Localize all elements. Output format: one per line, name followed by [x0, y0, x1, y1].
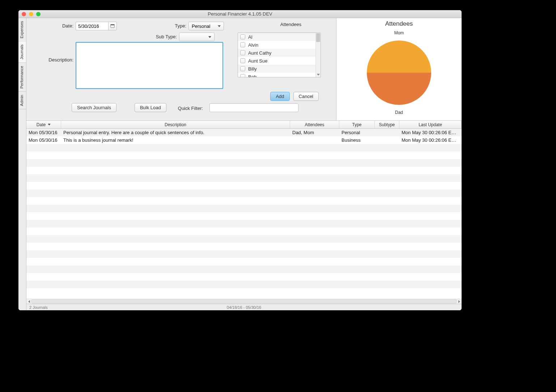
attendee-item[interactable]: Bob: [238, 73, 315, 77]
table-horizontal-scrollbar[interactable]: [26, 299, 462, 304]
table-row-empty: [26, 212, 462, 220]
checkbox[interactable]: [240, 50, 245, 55]
table-header: Date Description Attendees Type Subtype …: [26, 121, 462, 129]
search-journals-button[interactable]: Search Journals: [72, 103, 116, 112]
tab-journals[interactable]: Journals: [18, 42, 26, 63]
subtype-label: Sub Type:: [152, 33, 177, 39]
tab-performance[interactable]: Performance: [18, 63, 26, 92]
type-select[interactable]: Personal: [188, 22, 224, 30]
checkbox[interactable]: [240, 58, 245, 63]
attendees-listbox[interactable]: AlAlvinAunt CathyAunt SueBillyBob: [238, 33, 321, 77]
checkbox[interactable]: [240, 66, 245, 71]
calendar-icon[interactable]: [108, 22, 117, 30]
pie-chart: [367, 41, 431, 105]
chevron-left-icon[interactable]: [26, 299, 31, 304]
checkbox[interactable]: [240, 42, 245, 47]
window-title: Personal Financier 4.1.05 DEV: [18, 11, 462, 17]
chevron-down-icon[interactable]: [316, 72, 321, 77]
svg-rect-1: [111, 25, 115, 25]
table-row-empty: [26, 288, 462, 296]
attendees-label: Attendees: [249, 22, 332, 27]
table-row-empty: [26, 144, 462, 152]
col-description[interactable]: Description: [61, 121, 290, 128]
table-row-empty: [26, 167, 462, 174]
journal-form: Date: Type: Personal Attendees Sub T: [26, 18, 336, 120]
status-center: 04/18/16 - 05/30/16: [26, 305, 462, 310]
attendees-scrollbar[interactable]: [315, 33, 321, 77]
pie-label-bottom: Dad: [395, 110, 403, 115]
col-last-update[interactable]: Last Update: [399, 121, 462, 128]
table-row-empty: [26, 220, 462, 227]
sort-desc-icon: [48, 124, 51, 125]
checkbox[interactable]: [240, 74, 245, 77]
status-bar: 2 Journals 04/18/16 - 05/30/16: [26, 304, 462, 310]
attendee-name: Alvin: [248, 42, 258, 48]
quick-filter-label: Quick Filter:: [178, 104, 203, 111]
chart-title: Attendees: [385, 20, 413, 27]
table-row-empty: [26, 205, 462, 212]
attendee-item[interactable]: Alvin: [238, 41, 315, 49]
tab-expenses[interactable]: Expenses: [18, 18, 26, 42]
quick-filter-input[interactable]: [209, 103, 298, 112]
cancel-button[interactable]: Cancel: [293, 92, 319, 101]
attendee-name: Al: [248, 34, 252, 40]
table-row-empty: [26, 197, 462, 205]
attendee-name: Aunt Cathy: [248, 50, 271, 56]
titlebar: Personal Financier 4.1.05 DEV: [18, 10, 462, 18]
tab-admin[interactable]: Admin: [18, 92, 26, 109]
attendee-item[interactable]: Al: [238, 33, 315, 41]
table-row-empty: [26, 159, 462, 167]
table-row-empty: [26, 227, 462, 235]
col-type[interactable]: Type: [339, 121, 375, 128]
attendee-item[interactable]: Aunt Cathy: [238, 49, 315, 57]
chevron-right-icon[interactable]: [457, 299, 462, 304]
table-row[interactable]: Mon 05/30/16Personal journal entry. Here…: [26, 129, 462, 136]
attendee-item[interactable]: Billy: [238, 65, 315, 73]
col-subtype[interactable]: Subtype: [375, 121, 399, 128]
description-label: Description:: [30, 42, 73, 63]
add-button[interactable]: Add: [270, 92, 289, 101]
table-row-empty: [26, 235, 462, 243]
checkbox[interactable]: [240, 34, 245, 39]
app-window: Personal Financier 4.1.05 DEV Expenses J…: [18, 10, 462, 310]
table-row-empty: [26, 265, 462, 273]
attendee-item[interactable]: Aunt Sue: [238, 57, 315, 65]
col-date[interactable]: Date: [26, 121, 61, 128]
attendee-name: Bob: [248, 74, 256, 77]
subtype-select[interactable]: [179, 33, 215, 41]
type-label: Type:: [171, 22, 186, 29]
attendee-name: Billy: [248, 66, 257, 72]
table-row-empty: [26, 182, 462, 189]
table-row-empty: [26, 174, 462, 182]
table-row-empty: [26, 189, 462, 197]
table-row-empty: [26, 152, 462, 159]
attendees-chart-panel: Attendees Mom Dad: [336, 18, 462, 120]
date-input[interactable]: [76, 22, 108, 30]
table-row-empty: [26, 250, 462, 258]
table-row-empty: [26, 243, 462, 250]
table-row[interactable]: Mon 05/30/16This is a business journal r…: [26, 136, 462, 144]
bulk-load-button[interactable]: Bulk Load: [135, 103, 166, 112]
table-row-empty: [26, 258, 462, 265]
pie-label-top: Mom: [394, 30, 404, 35]
date-label: Date:: [30, 22, 73, 29]
table-row-empty: [26, 281, 462, 288]
col-attendees[interactable]: Attendees: [290, 121, 339, 128]
journals-table: Date Description Attendees Type Subtype …: [26, 121, 462, 304]
side-tabbar: Expenses Journals Performance Admin: [18, 18, 26, 310]
description-input[interactable]: [76, 42, 223, 89]
attendee-name: Aunt Sue: [248, 58, 268, 64]
table-row-empty: [26, 273, 462, 281]
